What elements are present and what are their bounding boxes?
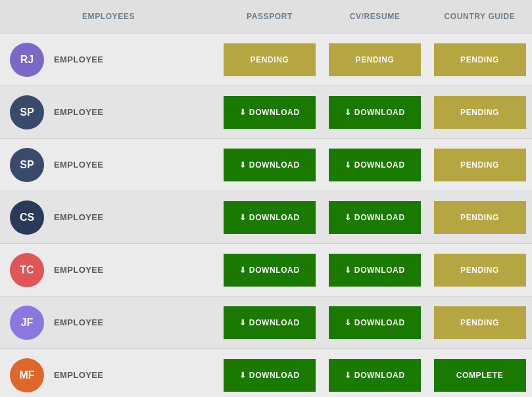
download-button[interactable]: ⇓ DOWNLOAD — [224, 149, 316, 181]
employee-name: EMPLOYEE — [54, 370, 103, 380]
status-cell-passport: ⇓ DOWNLOAD — [217, 246, 322, 294]
download-button[interactable]: ⇓ DOWNLOAD — [329, 96, 421, 129]
status-cell-passport: ⇓ DOWNLOAD — [217, 298, 322, 347]
employee-cell: SPEMPLOYEE — [0, 141, 217, 189]
status-cell-passport: ⇓ DOWNLOAD — [217, 351, 322, 398]
table-row: SPEMPLOYEE⇓ DOWNLOAD⇓ DOWNLOADPENDING — [0, 138, 532, 191]
table-row: RJEMPLOYEEPENDINGPENDINGPENDING — [0, 33, 532, 85]
header-cv: CV/RESUME — [322, 7, 427, 26]
status-cell-passport: ⇓ DOWNLOAD — [217, 141, 322, 189]
header-passport: PASSPORT — [217, 7, 322, 26]
download-button[interactable]: ⇓ DOWNLOAD — [329, 254, 421, 287]
table-row: SPEMPLOYEE⇓ DOWNLOAD⇓ DOWNLOADPENDING — [0, 85, 532, 138]
avatar: TC — [10, 253, 44, 287]
download-button[interactable]: ⇓ DOWNLOAD — [224, 254, 316, 287]
status-cell-country: PENDING — [427, 141, 532, 189]
table-row: MFEMPLOYEE⇓ DOWNLOAD⇓ DOWNLOADCOMPLETE — [0, 348, 532, 397]
employee-cell: JFEMPLOYEE — [0, 299, 217, 346]
download-button[interactable]: ⇓ DOWNLOAD — [224, 201, 316, 234]
employee-name: EMPLOYEE — [54, 265, 103, 275]
status-cell-cv: PENDING — [322, 35, 427, 84]
complete-badge: COMPLETE — [434, 359, 526, 392]
download-button[interactable]: ⇓ DOWNLOAD — [329, 359, 421, 392]
employee-table: EMPLOYEES PASSPORT CV/RESUME COUNTRY GUI… — [0, 0, 532, 397]
employee-cell: TCEMPLOYEE — [0, 246, 217, 294]
status-cell-country: PENDING — [427, 246, 532, 294]
employee-cell: MFEMPLOYEE — [0, 352, 217, 398]
status-cell-cv: ⇓ DOWNLOAD — [322, 351, 427, 398]
status-cell-cv: ⇓ DOWNLOAD — [322, 246, 427, 294]
pending-badge: PENDING — [224, 43, 316, 76]
status-cell-country: PENDING — [427, 298, 532, 347]
pending-badge: PENDING — [434, 96, 526, 129]
status-cell-passport: PENDING — [217, 35, 322, 84]
status-cell-cv: ⇓ DOWNLOAD — [322, 141, 427, 189]
download-button[interactable]: ⇓ DOWNLOAD — [224, 96, 316, 129]
table-row: JFEMPLOYEE⇓ DOWNLOAD⇓ DOWNLOADPENDING — [0, 296, 532, 348]
download-button[interactable]: ⇓ DOWNLOAD — [224, 306, 316, 339]
status-cell-country: COMPLETE — [427, 351, 532, 398]
employee-name: EMPLOYEE — [54, 55, 103, 64]
avatar: SP — [10, 148, 44, 182]
download-button[interactable]: ⇓ DOWNLOAD — [329, 306, 421, 339]
download-button[interactable]: ⇓ DOWNLOAD — [329, 201, 421, 234]
pending-badge: PENDING — [434, 201, 526, 234]
table-body: RJEMPLOYEEPENDINGPENDINGPENDINGSPEMPLOYE… — [0, 33, 532, 397]
pending-badge: PENDING — [434, 149, 526, 181]
download-button[interactable]: ⇓ DOWNLOAD — [329, 149, 421, 181]
table-row: TCEMPLOYEE⇓ DOWNLOAD⇓ DOWNLOADPENDING — [0, 243, 532, 296]
download-button[interactable]: ⇓ DOWNLOAD — [224, 359, 316, 392]
table-header: EMPLOYEES PASSPORT CV/RESUME COUNTRY GUI… — [0, 0, 532, 33]
employee-cell: RJEMPLOYEE — [0, 36, 217, 83]
avatar: MF — [10, 358, 44, 392]
pending-badge: PENDING — [329, 43, 421, 76]
table-row: CSEMPLOYEE⇓ DOWNLOAD⇓ DOWNLOADPENDING — [0, 191, 532, 243]
employee-name: EMPLOYEE — [54, 107, 103, 117]
status-cell-passport: ⇓ DOWNLOAD — [217, 88, 322, 137]
pending-badge: PENDING — [434, 254, 526, 287]
employee-cell: SPEMPLOYEE — [0, 89, 217, 136]
status-cell-country: PENDING — [427, 193, 532, 242]
employee-name: EMPLOYEE — [54, 212, 103, 222]
status-cell-country: PENDING — [427, 88, 532, 137]
avatar: RJ — [10, 43, 44, 77]
status-cell-cv: ⇓ DOWNLOAD — [322, 193, 427, 242]
employee-cell: CSEMPLOYEE — [0, 194, 217, 241]
avatar: SP — [10, 95, 44, 129]
employee-name: EMPLOYEE — [54, 160, 103, 170]
status-cell-cv: ⇓ DOWNLOAD — [322, 88, 427, 137]
pending-badge: PENDING — [434, 43, 526, 76]
avatar: CS — [10, 200, 44, 235]
pending-badge: PENDING — [434, 306, 526, 339]
status-cell-country: PENDING — [427, 35, 532, 84]
avatar: JF — [10, 306, 44, 340]
header-employees: EMPLOYEES — [0, 7, 217, 26]
header-country: COUNTRY GUIDE — [427, 7, 532, 26]
status-cell-cv: ⇓ DOWNLOAD — [322, 298, 427, 347]
employee-name: EMPLOYEE — [54, 317, 103, 327]
status-cell-passport: ⇓ DOWNLOAD — [217, 193, 322, 242]
